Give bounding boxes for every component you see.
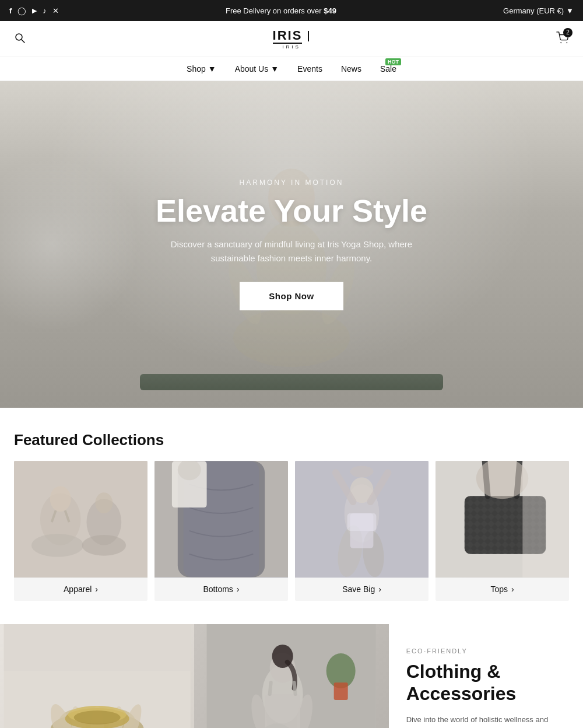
hero-content: HARMONY IN MOTION Elevate Your Style Dis… bbox=[132, 178, 451, 310]
arrow-icon: › bbox=[237, 584, 240, 594]
svg-point-0 bbox=[16, 34, 22, 40]
bottom-section: ECO-FRIENDLY Clothing & Accessories Dive… bbox=[0, 624, 583, 728]
cart-area: 2 bbox=[546, 32, 569, 47]
hero-section: HARMONY IN MOTION Elevate Your Style Dis… bbox=[0, 81, 583, 408]
nav-sale[interactable]: Sale HOT bbox=[380, 64, 396, 74]
search-icon bbox=[14, 32, 26, 44]
clothing-accessories-title: Clothing & Accessories bbox=[406, 660, 566, 705]
svg-point-15 bbox=[82, 535, 126, 556]
chevron-down-icon: ▼ bbox=[271, 64, 279, 74]
svg-point-13 bbox=[95, 492, 113, 513]
logo[interactable]: IRIS IRIS bbox=[273, 28, 311, 50]
svg-rect-32 bbox=[347, 513, 377, 531]
svg-rect-54 bbox=[4, 624, 191, 671]
header: IRIS IRIS 2 bbox=[0, 21, 583, 57]
nav-events[interactable]: Events bbox=[297, 64, 322, 74]
svg-point-3 bbox=[566, 42, 567, 43]
svg-point-11 bbox=[50, 486, 71, 512]
svg-line-64 bbox=[294, 682, 296, 694]
collection-tops[interactable]: Tops › bbox=[436, 461, 569, 601]
facebook-icon[interactable]: f bbox=[9, 6, 12, 15]
promo-text: Free Delivery on orders over $49 bbox=[226, 6, 336, 15]
youtube-icon[interactable]: ▶ bbox=[32, 7, 37, 15]
tiktok-icon[interactable]: ♪ bbox=[43, 6, 47, 15]
hot-badge: HOT bbox=[385, 58, 401, 65]
arrow-icon: › bbox=[95, 584, 98, 594]
savebig-image bbox=[295, 461, 429, 578]
bottom-description: Dive into the world of holistic wellness… bbox=[406, 713, 566, 728]
tops-image bbox=[436, 461, 569, 578]
region-selector[interactable]: Germany (EUR €) ▼ bbox=[503, 6, 574, 15]
apparel-image bbox=[14, 461, 147, 578]
hero-description: Discover a sanctuary of mindful living a… bbox=[157, 237, 426, 265]
apparel-label[interactable]: Apparel › bbox=[14, 578, 147, 601]
svg-rect-58 bbox=[334, 682, 348, 700]
top-bar: f ◯ ▶ ♪ ✕ Free Delivery on orders over $… bbox=[0, 0, 583, 21]
svg-point-28 bbox=[350, 466, 374, 477]
instagram-icon[interactable]: ◯ bbox=[17, 6, 26, 15]
hero-title: Elevate Your Style bbox=[156, 194, 427, 228]
svg-line-1 bbox=[22, 40, 24, 43]
svg-point-2 bbox=[560, 42, 561, 43]
arrow-icon: › bbox=[378, 584, 381, 594]
social-links: f ◯ ▶ ♪ ✕ bbox=[9, 6, 59, 15]
nav-about[interactable]: About Us ▼ bbox=[235, 64, 279, 74]
collection-bottoms[interactable]: Bottoms › bbox=[154, 461, 288, 601]
svg-rect-40 bbox=[522, 461, 569, 577]
bottoms-label[interactable]: Bottoms › bbox=[154, 578, 288, 601]
tops-label[interactable]: Tops › bbox=[436, 578, 569, 601]
collection-apparel[interactable]: Apparel › bbox=[14, 461, 147, 601]
bottom-image-2 bbox=[194, 624, 388, 728]
nav-news[interactable]: News bbox=[341, 64, 361, 74]
chevron-down-icon: ▼ bbox=[208, 64, 216, 74]
cart-icon[interactable]: 2 bbox=[556, 32, 569, 47]
bottom-image-1 bbox=[0, 624, 194, 728]
hero-subtitle: HARMONY IN MOTION bbox=[156, 178, 427, 187]
savebig-label[interactable]: Save Big › bbox=[295, 578, 429, 601]
shop-now-button[interactable]: Shop Now bbox=[240, 282, 343, 310]
svg-line-63 bbox=[270, 682, 271, 694]
chevron-down-icon: ▼ bbox=[566, 6, 574, 15]
cart-badge: 2 bbox=[563, 28, 573, 37]
bottoms-image bbox=[154, 461, 288, 578]
main-nav: Shop ▼ About Us ▼ Events News Sale HOT bbox=[0, 57, 583, 81]
arrow-icon: › bbox=[511, 584, 514, 594]
collection-savebig[interactable]: Save Big › bbox=[295, 461, 429, 601]
svg-rect-62 bbox=[265, 694, 300, 728]
yoga-mat bbox=[140, 374, 443, 390]
logo-text: IRIS bbox=[273, 44, 311, 50]
bottom-text-content: ECO-FRIENDLY Clothing & Accessories Dive… bbox=[389, 624, 583, 728]
svg-point-14 bbox=[31, 534, 84, 557]
eco-label: ECO-FRIENDLY bbox=[406, 648, 566, 654]
collections-grid: Apparel › bbox=[14, 461, 569, 601]
featured-title: Featured Collections bbox=[14, 431, 569, 449]
x-icon[interactable]: ✕ bbox=[52, 6, 59, 15]
nav-shop[interactable]: Shop ▼ bbox=[187, 64, 216, 74]
featured-collections: Featured Collections bbox=[0, 408, 583, 624]
search-icon-wrap[interactable] bbox=[14, 32, 37, 46]
svg-point-52 bbox=[74, 710, 121, 724]
